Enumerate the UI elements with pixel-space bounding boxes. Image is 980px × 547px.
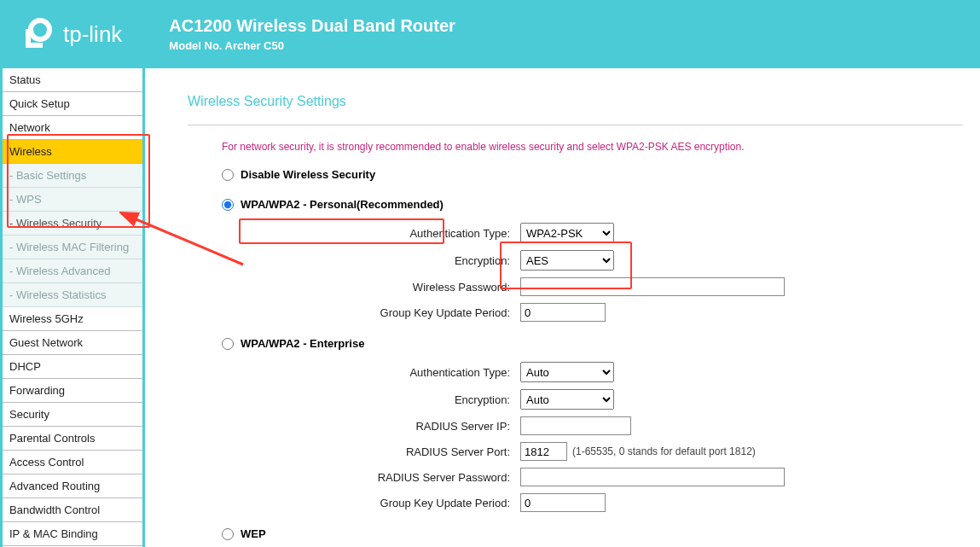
ent-enc-select[interactable]: Auto bbox=[520, 389, 614, 410]
sidebar-sub-wireless-statistics[interactable]: - Wireless Statistics bbox=[3, 283, 142, 307]
ent-ip-label: RADIUS Server IP: bbox=[222, 420, 520, 433]
sidebar: Status Quick Setup Network Wireless - Ba… bbox=[0, 68, 145, 547]
option-personal[interactable]: WPA/WPA2 - Personal(Recommended) bbox=[222, 198, 963, 211]
sidebar-item-quick-setup[interactable]: Quick Setup bbox=[3, 92, 142, 116]
personal-gkup-label: Group Key Update Period: bbox=[222, 306, 520, 319]
content-area: Wireless Security Settings For network s… bbox=[145, 68, 980, 547]
sidebar-sub-wireless-security[interactable]: - Wireless Security bbox=[3, 212, 142, 236]
product-title: AC1200 Wireless Dual Band Router bbox=[169, 16, 455, 36]
sidebar-item-forwarding[interactable]: Forwarding bbox=[3, 379, 142, 403]
sidebar-sub-wps[interactable]: - WPS bbox=[3, 188, 142, 212]
sidebar-item-guest-network[interactable]: Guest Network bbox=[3, 331, 142, 355]
radio-enterprise[interactable] bbox=[222, 338, 234, 350]
ent-auth-label: Authentication Type: bbox=[222, 366, 520, 379]
option-disable[interactable]: Disable Wireless Security bbox=[222, 168, 963, 181]
page-title: Wireless Security Settings bbox=[188, 94, 963, 109]
personal-gkup-input[interactable] bbox=[520, 303, 606, 322]
ent-port-hint: (1-65535, 0 stands for default port 1812… bbox=[572, 445, 756, 457]
sidebar-sub-wireless-advanced[interactable]: - Wireless Advanced bbox=[3, 259, 142, 283]
ent-gkup-label: Group Key Update Period: bbox=[222, 497, 520, 509]
ent-rpwd-input[interactable] bbox=[520, 468, 785, 486]
brand-text: tp-link bbox=[63, 21, 122, 48]
product-model: Model No. Archer C50 bbox=[169, 39, 455, 52]
divider bbox=[188, 125, 963, 125]
sidebar-item-network[interactable]: Network bbox=[3, 116, 142, 140]
radio-disable-label: Disable Wireless Security bbox=[241, 168, 375, 181]
sidebar-item-dhcp[interactable]: DHCP bbox=[3, 355, 142, 379]
radio-personal-label: WPA/WPA2 - Personal(Recommended) bbox=[241, 198, 444, 211]
sidebar-item-advanced-routing[interactable]: Advanced Routing bbox=[3, 474, 142, 498]
radio-wep[interactable] bbox=[222, 528, 234, 540]
ent-port-label: RADIUS Server Port: bbox=[222, 445, 520, 458]
sidebar-item-security[interactable]: Security bbox=[3, 403, 142, 427]
personal-auth-label: Authentication Type: bbox=[222, 227, 520, 240]
svg-point-0 bbox=[31, 20, 49, 39]
sidebar-item-wireless-5ghz[interactable]: Wireless 5GHz bbox=[3, 307, 142, 331]
ent-ip-input[interactable] bbox=[520, 416, 631, 435]
header: tp-link AC1200 Wireless Dual Band Router… bbox=[0, 0, 980, 68]
personal-enc-select[interactable]: AES bbox=[520, 250, 614, 271]
ent-gkup-input[interactable] bbox=[520, 493, 606, 512]
sidebar-item-bandwidth-control[interactable]: Bandwidth Control bbox=[3, 498, 142, 522]
sidebar-item-parental-controls[interactable]: Parental Controls bbox=[3, 427, 142, 451]
personal-enc-label: Encryption: bbox=[222, 254, 520, 267]
radio-wep-label: WEP bbox=[241, 527, 266, 540]
sidebar-item-wireless[interactable]: Wireless bbox=[3, 140, 142, 164]
option-wep[interactable]: WEP bbox=[222, 527, 963, 540]
brand-logo: tp-link bbox=[20, 17, 122, 51]
tp-link-logo-icon bbox=[20, 17, 55, 51]
personal-pwd-input[interactable] bbox=[520, 277, 785, 296]
sidebar-item-access-control[interactable]: Access Control bbox=[3, 451, 142, 474]
ent-enc-label: Encryption: bbox=[222, 393, 520, 406]
radio-disable[interactable] bbox=[222, 169, 234, 181]
personal-pwd-label: Wireless Password: bbox=[222, 281, 520, 294]
security-notice: For network security, it is strongly rec… bbox=[222, 141, 963, 153]
sidebar-item-status[interactable]: Status bbox=[3, 68, 142, 92]
ent-port-input[interactable] bbox=[520, 442, 567, 461]
option-enterprise[interactable]: WPA/WPA2 - Enterprise bbox=[222, 337, 963, 350]
svg-rect-2 bbox=[26, 43, 43, 48]
sidebar-item-ip-mac-binding[interactable]: IP & MAC Binding bbox=[3, 522, 142, 546]
ent-auth-select[interactable]: Auto bbox=[520, 362, 614, 382]
sidebar-sub-mac-filtering[interactable]: - Wireless MAC Filtering bbox=[3, 236, 142, 259]
personal-auth-select[interactable]: WPA2-PSK bbox=[520, 223, 614, 243]
header-titles: AC1200 Wireless Dual Band Router Model N… bbox=[169, 16, 455, 52]
radio-enterprise-label: WPA/WPA2 - Enterprise bbox=[241, 337, 364, 350]
sidebar-sub-basic-settings[interactable]: - Basic Settings bbox=[3, 164, 142, 188]
ent-rpwd-label: RADIUS Server Password: bbox=[222, 471, 520, 484]
radio-personal[interactable] bbox=[222, 199, 234, 211]
